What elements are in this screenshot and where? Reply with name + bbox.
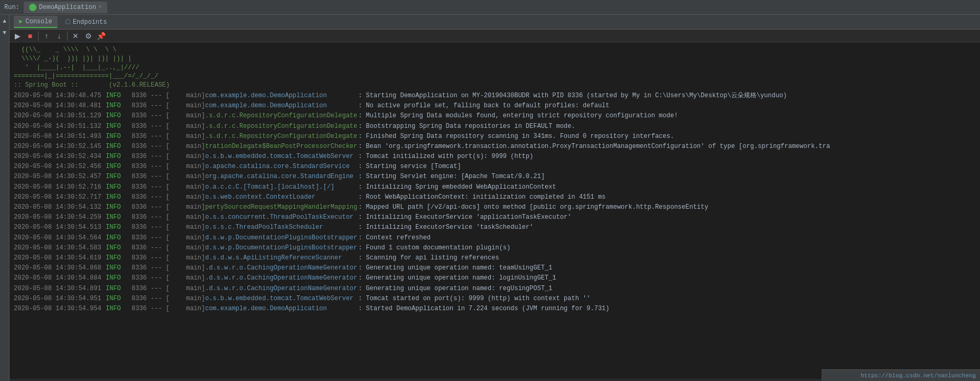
log-level: INFO [106, 132, 129, 142]
endpoints-label: Endpoints [73, 18, 107, 26]
log-pid: 8336 --- [ [132, 243, 170, 253]
log-class: o.s.b.w.embedded.tomcat.TomcatWebServer [205, 294, 358, 304]
log-bracket-close: ] [201, 243, 205, 253]
log-level: INFO [106, 111, 129, 121]
table-row: 2020-05-08 14:30:51.132INFO8336 --- [mai… [10, 122, 980, 132]
log-pid: 8336 --- [ [132, 253, 170, 263]
table-row: 2020-05-08 14:30:54.954INFO8336 --- [mai… [10, 304, 980, 314]
settings-button[interactable]: ⚙ [82, 30, 94, 42]
log-level: INFO [106, 202, 129, 212]
log-bracket-close: ] [201, 263, 205, 273]
scroll-up-button[interactable]: ↑ [41, 30, 52, 42]
log-pid: 8336 --- [ [132, 162, 170, 172]
csdn-link[interactable]: https://blog.csdn.net/nanluncheng [861, 373, 976, 379]
table-row: 2020-05-08 14:30:52.456INFO8336 --- [mai… [10, 162, 980, 172]
log-date: 2020-05-08 14:30:52.717 [14, 192, 104, 202]
log-bracket-close: ] [201, 111, 205, 121]
log-level: INFO [106, 222, 129, 233]
sidebar-down-btn[interactable]: ▼ [1, 29, 9, 37]
log-level: INFO [106, 294, 129, 304]
log-date: 2020-05-08 14:30:51.493 [14, 132, 104, 142]
log-thread: main [170, 212, 201, 222]
log-date: 2020-05-08 14:30:52.457 [14, 172, 104, 182]
log-level: INFO [106, 304, 129, 314]
clear-button[interactable]: ✕ [70, 30, 81, 42]
log-thread: main [170, 284, 201, 294]
log-pid: 8336 --- [ [132, 263, 170, 273]
log-message: : Mapped URL path [/v2/api-docs] onto me… [358, 202, 708, 212]
log-level: INFO [106, 91, 129, 101]
log-pid: 8336 --- [ [132, 304, 170, 314]
table-row: 2020-05-08 14:30:54.951INFO8336 --- [mai… [10, 294, 980, 304]
tab-close[interactable]: × [99, 4, 102, 10]
log-message: : Root WebApplicationContext: initializa… [358, 192, 605, 202]
log-message: : Initializing Spring embedded WebApplic… [358, 182, 556, 192]
log-date: 2020-05-08 14:30:54.259 [14, 212, 104, 222]
log-level: INFO [106, 182, 129, 192]
table-row: 2020-05-08 14:30:54.564INFO8336 --- [mai… [10, 233, 980, 243]
log-level: INFO [106, 212, 129, 222]
pin-button[interactable]: 📌 [95, 30, 107, 42]
console-area[interactable]: ((\\_ _ \\\\ \ \ \ \ \\\\/ _-)( ))| |)| … [10, 42, 980, 379]
log-class: o.s.s.concurrent.ThreadPoolTaskExecutor [205, 212, 358, 222]
log-level: INFO [106, 142, 129, 152]
tab-endpoints[interactable]: ⬡ Endpoints [60, 16, 113, 27]
log-pid: 8336 --- [ [132, 182, 170, 192]
log-bracket-close: ] [201, 152, 205, 162]
log-date: 2020-05-08 14:30:48.481 [14, 101, 104, 111]
log-thread: main [170, 253, 201, 263]
tab-label: DemoApplication [39, 4, 96, 11]
log-message: : Starting Servlet engine: [Apache Tomca… [358, 172, 545, 182]
toolbar-sep-1 [38, 31, 39, 41]
log-thread: main [170, 192, 201, 202]
log-bracket-close: ] [201, 172, 205, 182]
table-row: 2020-05-08 14:30:52.716INFO8336 --- [mai… [10, 182, 980, 192]
log-bracket-close: ] [201, 101, 205, 111]
log-message: : Multiple Spring Data modules found, en… [358, 111, 678, 121]
console-toolbar: ▶ ■ ↑ ↓ ✕ ⚙ 📌 [10, 30, 980, 42]
demo-application-tab[interactable]: DemoApplication × [24, 2, 107, 13]
tab-icon [29, 4, 36, 11]
log-date: 2020-05-08 14:30:54.132 [14, 202, 104, 212]
sidebar-up-btn[interactable]: ▲ [1, 17, 9, 25]
log-pid: 8336 --- [ [132, 101, 170, 111]
log-class: org.apache.catalina.core.StandardEngine [205, 172, 358, 182]
log-bracket-close: ] [201, 253, 205, 263]
tab-console[interactable]: ▶ Console [14, 16, 58, 28]
log-pid: 8336 --- [ [132, 233, 170, 243]
run-label: Run: [4, 4, 20, 11]
table-row: 2020-05-08 14:30:54.619INFO8336 --- [mai… [10, 253, 980, 263]
log-class: com.example.demo.DemoApplication [205, 91, 358, 101]
log-level: INFO [106, 192, 129, 202]
table-row: 2020-05-08 14:30:48.475INFO8336 --- [mai… [10, 91, 980, 101]
log-bracket-close: ] [201, 122, 205, 132]
log-pid: 8336 --- [ [132, 172, 170, 182]
table-row: 2020-05-08 14:30:48.481INFO8336 --- [mai… [10, 101, 980, 111]
log-date: 2020-05-08 14:30:54.868 [14, 263, 104, 273]
log-class: .d.s.w.r.o.CachingOperationNameGenerator [205, 263, 358, 273]
log-date: 2020-05-08 14:30:54.564 [14, 233, 104, 243]
log-pid: 8336 --- [ [132, 222, 170, 233]
log-date: 2020-05-08 14:30:51.132 [14, 122, 104, 132]
log-level: INFO [106, 162, 129, 172]
stop-button[interactable]: ■ [24, 30, 36, 42]
log-message: : No active profile set, falling back to… [358, 101, 609, 111]
log-thread: main [170, 182, 201, 192]
log-thread: main [170, 172, 201, 182]
log-bracket-close: ] [201, 132, 205, 142]
toolbar-sep-2 [67, 31, 68, 41]
log-message: : Initializing ExecutorService 'applicat… [358, 212, 571, 222]
scroll-down-button[interactable]: ↓ [53, 30, 65, 42]
log-class: .d.s.w.r.o.CachingOperationNameGenerator [205, 273, 358, 283]
log-class: .s.d.r.c.RepositoryConfigurationDelegate [205, 122, 358, 132]
log-thread: main [170, 132, 201, 142]
log-thread: main [170, 91, 201, 101]
log-message: : Generating unique operation named: log… [358, 273, 556, 283]
log-level: INFO [106, 243, 129, 253]
log-message: : Scanning for api listing references [358, 253, 499, 263]
log-pid: 8336 --- [ [132, 111, 170, 121]
rerun-button[interactable]: ▶ [12, 30, 23, 42]
log-message: : Bean 'org.springframework.transaction.… [358, 142, 830, 152]
log-bracket-close: ] [201, 182, 205, 192]
log-bracket-close: ] [201, 91, 205, 101]
